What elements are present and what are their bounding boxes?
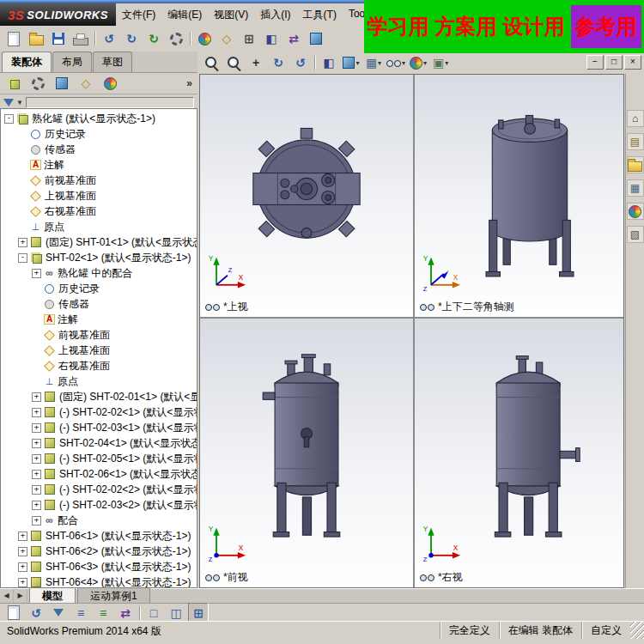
tree-item[interactable]: 右视基准面: [1, 358, 197, 374]
tree-item[interactable]: + SHT-06<2> (默认<显示状态-1>): [1, 544, 197, 559]
tree-item[interactable]: + SHT-02-04<1> (默认<显示状态-1>): [1, 435, 197, 451]
tree-expander-icon[interactable]: +: [32, 470, 41, 479]
apply-scene-icon[interactable]: ▣ ▾: [430, 52, 451, 73]
toolbox-cube-icon[interactable]: [306, 28, 326, 49]
tree-item[interactable]: 传感器: [1, 296, 197, 312]
tree-item[interactable]: 传感器: [1, 142, 197, 157]
command-tab[interactable]: 布局: [52, 52, 92, 72]
menu-item[interactable]: 插入(I): [254, 4, 296, 26]
print-icon[interactable]: [70, 28, 91, 49]
menu-item[interactable]: 工具(T): [297, 4, 343, 26]
tree-expander-icon[interactable]: +: [32, 485, 41, 495]
tree-item[interactable]: + SHT-02-06<1> (默认<显示状态-1>): [1, 466, 197, 482]
tree-item[interactable]: + (-) SHT-02-02<1> (默认<显示状态-1>): [1, 404, 197, 420]
tree-expander-icon[interactable]: +: [18, 532, 27, 541]
previous-view-icon[interactable]: ↺: [290, 52, 311, 73]
undo-icon[interactable]: ↺: [99, 28, 119, 49]
menu-item[interactable]: 视图(V): [208, 4, 254, 26]
tree-expander-icon[interactable]: -: [4, 114, 14, 124]
tree-item[interactable]: 前视基准面: [1, 327, 197, 343]
list-view-icon[interactable]: ≡: [70, 603, 91, 623]
tree-item[interactable]: 原点: [1, 219, 197, 234]
open-icon[interactable]: [26, 28, 46, 49]
design-library-icon[interactable]: ▤: [627, 133, 644, 150]
section-icon[interactable]: ◧: [261, 28, 282, 49]
filter-funnel-icon[interactable]: [3, 99, 14, 106]
tree-item[interactable]: + (-) SHT-02-03<2> (默认<显示状态-1>): [1, 497, 197, 513]
exploded-view-icon[interactable]: ⇄: [283, 28, 304, 49]
tree-expander-icon[interactable]: +: [18, 578, 27, 587]
viewport-isometric-view[interactable]: Y X Z *上下二等角轴测: [415, 75, 623, 317]
tab-scroll-left-icon[interactable]: ◀: [0, 589, 14, 604]
featuremanager-tree-icon[interactable]: [3, 73, 24, 94]
selection-filter-icon[interactable]: [48, 603, 69, 623]
menu-item[interactable]: 文件(F): [116, 4, 161, 26]
tree-item[interactable]: 前视基准面: [1, 173, 197, 188]
tree-item[interactable]: + (-) SHT-02-05<1> (默认<显示状态-1>): [1, 451, 197, 466]
clipboard-icon[interactable]: [3, 603, 24, 623]
hide-show-items-icon[interactable]: ▾: [386, 52, 406, 73]
new-doc-icon[interactable]: [3, 28, 24, 49]
viewport-top-view[interactable]: Y X Z *上视: [200, 75, 413, 317]
resources-home-icon[interactable]: ⌂: [627, 110, 644, 127]
property-manager-icon[interactable]: [27, 73, 48, 94]
options-gear-icon[interactable]: [166, 28, 186, 49]
tree-item[interactable]: + SHT-06<3> (默认<显示状态-1>): [1, 559, 197, 574]
tree-expander-icon[interactable]: +: [32, 439, 41, 448]
tree-expander-icon[interactable]: +: [32, 269, 41, 278]
tree-expander-icon[interactable]: +: [18, 547, 27, 556]
tree-item[interactable]: 原点: [1, 374, 197, 389]
filter-caret-icon[interactable]: ▼: [16, 99, 23, 106]
panel-overflow-chevron[interactable]: »: [186, 77, 194, 89]
tree-item[interactable]: 注解: [1, 157, 197, 173]
four-viewport-icon[interactable]: ⊞: [188, 603, 209, 623]
view-palette-icon[interactable]: ▦: [627, 179, 644, 197]
edit-appearance-icon[interactable]: ▾: [408, 52, 428, 73]
tree-item[interactable]: + (-) SHT-02-03<1> (默认<显示状态-1>): [1, 420, 197, 435]
list-view-alt-icon[interactable]: ≡: [93, 603, 113, 623]
measure-icon[interactable]: ◇: [216, 28, 237, 49]
command-tab[interactable]: 草图: [93, 52, 132, 72]
save-icon[interactable]: [48, 28, 69, 49]
zoom-area-icon[interactable]: [223, 52, 244, 73]
tree-item[interactable]: - 熟化罐 (默认<显示状态-1>): [1, 111, 197, 126]
tree-item[interactable]: - SHT-02<1> (默认<显示状态-1>): [1, 250, 197, 265]
command-tab[interactable]: 装配体: [2, 52, 52, 72]
tree-expander-icon[interactable]: +: [18, 562, 27, 572]
tree-expander-icon[interactable]: +: [32, 408, 41, 417]
tree-expander-icon[interactable]: -: [18, 253, 27, 263]
tree-expander-icon[interactable]: +: [32, 516, 41, 526]
configuration-manager-icon[interactable]: [52, 73, 72, 94]
appearance-ball-icon[interactable]: [194, 28, 215, 49]
tree-expander-icon[interactable]: +: [18, 238, 27, 247]
display-manager-icon[interactable]: [100, 73, 120, 94]
tree-expander-icon[interactable]: +: [32, 501, 41, 510]
restore-button[interactable]: □: [605, 55, 623, 70]
appearances-icon[interactable]: [627, 203, 644, 220]
display-style-icon[interactable]: ▦ ▾: [363, 52, 384, 73]
tree-expander-icon[interactable]: +: [32, 392, 41, 402]
pan-icon[interactable]: +: [246, 52, 266, 73]
tree-item[interactable]: + (固定) SHT-02-01<1> (默认<显示状态-1>): [1, 389, 197, 404]
tree-item[interactable]: + 熟化罐 中的配合: [1, 265, 197, 281]
minimize-button[interactable]: −: [586, 55, 604, 70]
rebuild-icon[interactable]: ↻: [143, 28, 164, 49]
redo-icon[interactable]: ↻: [121, 28, 142, 49]
tree-expander-icon[interactable]: +: [32, 454, 41, 464]
tree-item[interactable]: + (-) SHT-02-02<2> (默认<显示状态-1>): [1, 482, 197, 497]
tree-filter-field[interactable]: [26, 97, 194, 108]
rotate-view-icon[interactable]: ↻: [268, 52, 289, 73]
tree-item[interactable]: + (固定) SHT-01<1> (默认<显示状态-1>): [1, 234, 197, 250]
tree-item[interactable]: 上视基准面: [1, 188, 197, 204]
tree-expander-icon[interactable]: +: [32, 423, 41, 433]
undo-icon[interactable]: ↺: [26, 603, 46, 623]
custom-properties-icon[interactable]: ▧: [627, 226, 644, 243]
viewport-right-view[interactable]: Y X Z *右视: [415, 319, 623, 587]
tree-item[interactable]: + SHT-06<4> (默认<显示状态-1>): [1, 574, 197, 588]
resize-grip[interactable]: [630, 622, 644, 639]
tree-item[interactable]: 注解: [1, 312, 197, 327]
file-explorer-icon[interactable]: [627, 156, 644, 173]
viewport-front-view[interactable]: Y X Z *前视: [200, 319, 413, 587]
menu-item[interactable]: 编辑(E): [161, 4, 208, 26]
tree-item[interactable]: + SHT-06<1> (默认<显示状态-1>): [1, 528, 197, 544]
